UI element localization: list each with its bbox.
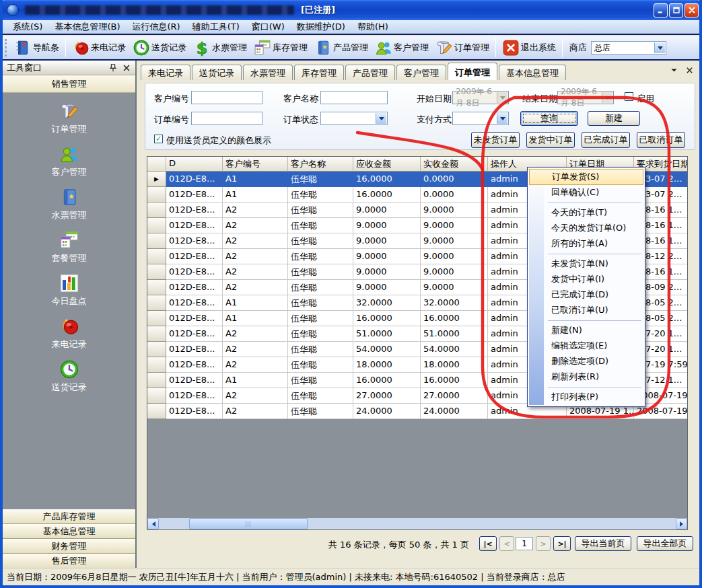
context-menu-item-打印列表(P)[interactable]: 打印列表(P) (529, 390, 643, 405)
context-menu-item-未发货订单(N)[interactable]: 未发货订单(N) (529, 256, 643, 272)
filter-status-button-4[interactable]: 已取消订单 (637, 132, 685, 148)
chevron-down-icon[interactable] (497, 113, 507, 124)
sidebar-item-水票管理[interactable]: 水票管理 (3, 187, 135, 221)
context-menu-item-删除选定项(D)[interactable]: 删除选定项(D) (529, 354, 643, 369)
tab-来电记录[interactable]: 来电记录 (141, 65, 190, 80)
close-icon[interactable] (122, 63, 131, 73)
context-menu-item-发货中订单(I)[interactable]: 发货中订单(I) (529, 272, 643, 287)
first-page-button[interactable]: |< (479, 536, 497, 551)
prev-page-button[interactable]: < (499, 536, 514, 551)
tab-list-chevron-down-icon[interactable] (670, 66, 678, 75)
tab-水票管理[interactable]: 水票管理 (243, 65, 293, 80)
end-date-picker[interactable]: 2009年 6月 8日 (557, 91, 614, 104)
pin-icon[interactable] (108, 63, 118, 73)
minimize-button[interactable] (654, 3, 668, 17)
context-menu-item-刷新列表(R)[interactable]: 刷新列表(R) (529, 369, 643, 385)
tab-送货记录[interactable]: 送货记录 (192, 65, 242, 80)
scroll-left-arrow-icon[interactable] (147, 518, 159, 529)
sidebar-item-订单管理[interactable]: 订单管理 (3, 101, 135, 135)
tab-基本信息管理[interactable]: 基本信息管理 (499, 65, 566, 80)
export-current-page-button[interactable]: 导出当前页 (575, 536, 631, 551)
menubar-item-4[interactable]: 辅助工具(T) (186, 20, 246, 34)
menubar-item-6[interactable]: 数据维护(D) (291, 20, 351, 34)
call-bell-icon (72, 39, 90, 57)
chevron-down-icon[interactable] (654, 42, 665, 53)
toolbar-inventory-calendar-button[interactable]: 库存管理 (250, 38, 311, 58)
chevron-down-icon[interactable] (497, 92, 507, 103)
menubar-item-1[interactable]: 系统(S) (7, 20, 48, 34)
maximize-button[interactable] (669, 3, 683, 17)
sidebar-group-财务管理[interactable]: 财务管理 (3, 539, 135, 554)
grid-header-1[interactable]: D (166, 157, 223, 172)
order-scroll-icon (435, 39, 453, 57)
grid-horizontal-scrollbar[interactable] (147, 518, 687, 529)
order-no-input[interactable] (191, 112, 262, 125)
menubar-item-5[interactable]: 窗口(W) (246, 20, 291, 34)
toolbar-call-bell-button[interactable]: 来电记录 (69, 38, 129, 58)
delivery-clock-icon (59, 359, 79, 379)
context-menu-item-今天的订单(T)[interactable]: 今天的订单(T) (529, 205, 643, 221)
last-page-button[interactable]: >| (553, 536, 571, 551)
toolbar-grip[interactable] (5, 39, 9, 57)
sidebar-item-套餐管理[interactable]: 套餐管理 (3, 230, 135, 264)
scrollbar-thumb[interactable] (189, 518, 308, 529)
table-cell: 9.0000 (421, 218, 488, 233)
context-menu-item-已取消订单(U)[interactable]: 已取消订单(U) (529, 303, 643, 318)
sidebar-item-来电记录[interactable]: 来电记录 (3, 316, 135, 351)
filter-status-button-3[interactable]: 已完成订单 (582, 132, 630, 148)
export-all-pages-button[interactable]: 导出全部页 (637, 536, 693, 551)
chevron-down-icon[interactable] (602, 92, 612, 103)
toolbar-navigator-book-button[interactable]: 导航条 (11, 38, 63, 58)
context-menu-item-订单发货(S)[interactable]: 订单发货(S) (529, 169, 643, 185)
menubar-item-2[interactable]: 基本信息管理(B) (48, 20, 126, 34)
toolbar-dollar-button[interactable]: $水票管理 (190, 38, 250, 58)
sidebar-group-产品库存管理[interactable]: 产品库存管理 (3, 509, 135, 524)
toolbar-order-scroll-button[interactable]: 订单管理 (432, 38, 493, 58)
sidebar-item-客户管理[interactable]: 客户管理 (3, 144, 135, 178)
context-menu-item-新建(N)[interactable]: 新建(N) (529, 323, 643, 338)
sidebar-section-sales[interactable]: 销售管理 (3, 75, 135, 93)
toolbar-customer-people-button[interactable]: 客户管理 (372, 38, 432, 58)
scroll-right-arrow-icon[interactable] (676, 518, 687, 529)
page-number-input[interactable]: 1 (516, 537, 533, 550)
toolbar-delivery-clock-button[interactable]: 送货记录 (129, 38, 190, 58)
tab-产品管理[interactable]: 产品管理 (345, 65, 395, 80)
grid-header-2[interactable]: 客户编号 (223, 157, 288, 172)
filter-status-button-2[interactable]: 发货中订单 (526, 132, 575, 148)
enable-checkbox[interactable] (625, 92, 633, 101)
new-button[interactable]: 新建 (588, 111, 640, 126)
query-button[interactable]: 查询 (520, 111, 578, 126)
filter-status-button-1[interactable]: 未发货订单 (471, 132, 520, 148)
sidebar-item-今日盘点[interactable]: 今日盘点 (3, 273, 135, 307)
start-date-picker[interactable]: 2009年 6月 8日 (452, 91, 509, 104)
chevron-down-icon[interactable] (376, 113, 386, 124)
grid-header-5[interactable]: 实收金额 (421, 157, 488, 172)
sidebar-item-送货记录[interactable]: 送货记录 (3, 359, 135, 394)
tab-close-icon[interactable] (685, 66, 694, 75)
delivery-color-checkbox[interactable]: ✓ (154, 135, 163, 143)
table-cell: 9.0000 (353, 264, 421, 280)
context-menu-item-回单确认(C)[interactable]: 回单确认(C) (529, 185, 643, 200)
grid-header-3[interactable]: 客户名称 (288, 157, 353, 172)
context-menu-item-编辑选定项(E)[interactable]: 编辑选定项(E) (529, 338, 643, 354)
sidebar-group-售后管理[interactable]: 售后管理 (3, 554, 135, 568)
customer-name-input[interactable] (320, 91, 388, 104)
context-menu-item-今天的发货订单(O)[interactable]: 今天的发货订单(O) (529, 221, 643, 236)
order-status-combobox[interactable] (320, 112, 388, 125)
tab-客户管理[interactable]: 客户管理 (396, 65, 446, 80)
customer-no-input[interactable] (191, 91, 262, 104)
tab-库存管理[interactable]: 库存管理 (294, 65, 344, 80)
menubar-item-7[interactable]: 帮助(H) (351, 20, 394, 34)
close-button[interactable] (685, 3, 699, 17)
toolbar-exit-x-button[interactable]: 退出系统 (499, 38, 559, 58)
shop-combobox[interactable]: 总店 (591, 41, 666, 54)
grid-header-4[interactable]: 应收金额 (353, 157, 421, 172)
pay-method-combobox[interactable] (452, 112, 509, 125)
toolbar-product-book-button[interactable]: 产品管理 (311, 38, 372, 58)
context-menu-item-所有的订单(A)[interactable]: 所有的订单(A) (529, 236, 643, 252)
tab-订单管理[interactable]: 订单管理 (448, 63, 497, 80)
next-page-button[interactable]: > (536, 536, 551, 551)
sidebar-group-基本信息管理[interactable]: 基本信息管理 (3, 524, 135, 539)
menubar-item-3[interactable]: 运行信息(R) (126, 20, 186, 34)
context-menu-item-已完成订单(D)[interactable]: 已完成订单(D) (529, 287, 643, 303)
